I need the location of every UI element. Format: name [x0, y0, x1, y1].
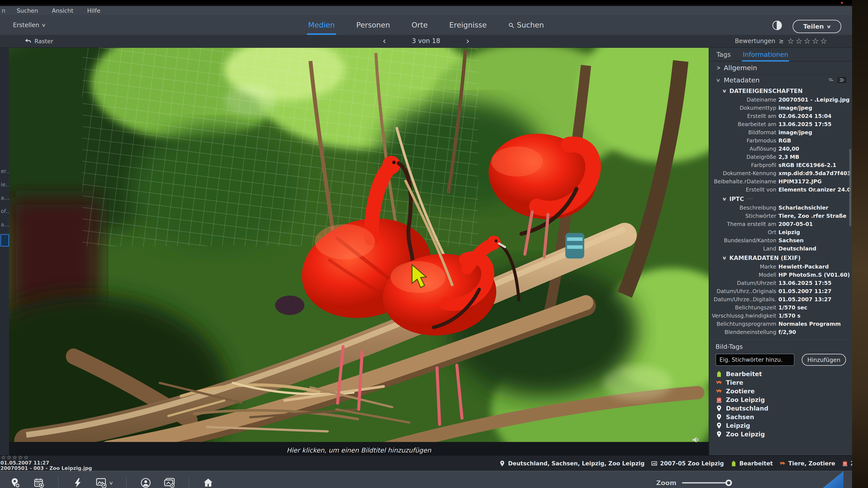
mark-faces-button[interactable]: [140, 478, 152, 488]
tab-label: Personen: [356, 21, 390, 29]
create-label: Erstellen: [13, 22, 39, 29]
keyword-input[interactable]: [716, 354, 795, 366]
meta-label: Verschlussg.hwindigkeit: [709, 312, 776, 320]
meta-label: Beschreibung: [709, 204, 776, 212]
info-tab-tags[interactable]: Tags: [716, 48, 731, 61]
pin-icon: [716, 414, 722, 420]
photo-rating-stars[interactable]: ☆☆☆☆☆: [1, 455, 92, 460]
prev-arrow[interactable]: ‹: [382, 38, 386, 44]
meta-value: 2,3 MB: [778, 153, 852, 161]
status-segment-text: Zoo Leipzig: [851, 460, 852, 467]
zoom-slider-handle[interactable]: [725, 480, 732, 486]
metadata-brief-view-icon[interactable]: [826, 76, 836, 83]
media-nav: ‹ 3 von 18 ›: [382, 37, 469, 44]
chevron-down-icon: ∨: [722, 88, 727, 94]
section-allgemein[interactable]: ∨ Allgemein: [709, 62, 852, 74]
chevron-down-icon: ∨: [722, 255, 727, 261]
image-tag-bearbeitet[interactable]: Bearbeitet: [716, 370, 847, 378]
theme-toggle-icon[interactable]: [772, 21, 782, 30]
chevron-right-icon: ∨: [716, 65, 721, 70]
building-red-icon: [842, 460, 848, 467]
caption-placeholder[interactable]: Hier klicken, um einen Bildtitel hinzuzu…: [9, 447, 709, 454]
status-left-block: ☆☆☆☆☆ 01.05.2007 11:27 20070501 - 003 - …: [2, 455, 92, 471]
tab-label: Medien: [308, 21, 335, 29]
create-button[interactable]: Erstellen ∨: [13, 22, 45, 29]
info-tab-informationen[interactable]: Informationen: [743, 48, 788, 61]
add-place-icon: [9, 478, 21, 488]
zoom-label: Zoom: [656, 479, 676, 487]
meta-value: 02.06.2024 15:04: [778, 112, 852, 120]
next-arrow[interactable]: ›: [466, 38, 469, 44]
metadata-group-iptc[interactable]: ∨IPTC···: [709, 194, 852, 204]
image-tag-zoo-leipzig[interactable]: Zoo Leipzig: [716, 395, 847, 404]
clipped-text-fragment: a…: [1, 222, 9, 228]
tab-medien[interactable]: Medien: [308, 15, 335, 35]
meta-value: xmp.did:d9.5da7d7f403: [778, 169, 852, 177]
meta-label: Dokumenttyp: [709, 104, 776, 112]
meta-label: Datum/Uhrz..Originals: [709, 287, 776, 295]
image-tag-zootiere[interactable]: Zootiere: [716, 387, 847, 395]
meta-label: Farbprofil: [709, 161, 776, 169]
menu-suchen[interactable]: Suchen: [17, 7, 38, 14]
toolbar: Erstellen ∨ MedienPersonenOrteEreignisse…: [0, 15, 852, 35]
add-place-button[interactable]: [9, 478, 21, 488]
meta-value: 13.06.2025 17:55: [778, 120, 852, 128]
main-tabs: MedienPersonenOrteEreignisseSuchen: [308, 15, 544, 35]
info-panel-tabs: TagsInformationen: [709, 48, 852, 62]
meta-label: Farbmodus: [709, 137, 776, 145]
audio-speaker-icon[interactable]: [691, 435, 701, 445]
section-metadaten[interactable]: ∨ Metadaten: [709, 74, 852, 86]
image-tag-sachsen[interactable]: Sachsen: [716, 413, 847, 421]
chevron-down-icon: ∨: [722, 196, 727, 202]
tag-green-icon: [731, 460, 737, 467]
clipped-text-fragment: ie…: [1, 182, 9, 188]
ratings-label: Bewertungen: [735, 37, 775, 44]
metadata-group-kameradaten-exif-[interactable]: ∨KAMERADATEN (EXIF): [709, 253, 852, 263]
add-keyword-button[interactable]: Hinzufügen: [802, 354, 846, 366]
back-to-grid-button[interactable]: Raster: [24, 37, 53, 45]
menu-ansicht[interactable]: Ansicht: [52, 7, 73, 14]
edit-photo-button[interactable]: ∨: [96, 478, 113, 488]
image-tag-deutschland[interactable]: Deutschland: [716, 404, 847, 413]
status-segment: Zoo Leipzig: [842, 460, 852, 467]
slideshow-button[interactable]: [164, 478, 175, 488]
add-event-button[interactable]: [33, 478, 45, 488]
ratings-stars[interactable]: ☆☆☆☆☆: [787, 37, 828, 45]
metadata-full-view-icon[interactable]: [837, 76, 847, 84]
meta-value: 1/570 sec: [778, 303, 852, 312]
menubar: n SuchenAnsichtHilfe: [0, 6, 852, 15]
meta-value: HP PhotoSm.S (V01.60): [778, 271, 852, 279]
zoom-control: Zoom: [656, 471, 728, 488]
image-tag-tiere[interactable]: Tiere: [716, 378, 847, 387]
taskbar-divider: [126, 477, 127, 488]
tab-ereignisse[interactable]: Ereignisse: [449, 15, 487, 35]
zoom-slider-track[interactable]: [682, 482, 728, 484]
slideshow-icon: [164, 478, 175, 488]
search-icon: [508, 22, 515, 28]
tab-suchen[interactable]: Suchen: [508, 15, 544, 35]
pin-icon: [716, 405, 722, 412]
tab-label: Orte: [412, 21, 428, 29]
scrollbar-thumb[interactable]: [849, 149, 851, 226]
tab-orte[interactable]: Orte: [412, 15, 428, 35]
home-button[interactable]: [203, 478, 214, 488]
instant-fix-button[interactable]: [72, 478, 84, 488]
share-button[interactable]: Teilen ∨: [793, 20, 841, 33]
image-tag-zoo-leipzig[interactable]: Zoo Leipzig: [716, 430, 847, 438]
meta-value: 01.05.2007 11:27: [778, 287, 852, 295]
ratings-filter[interactable]: Bewertungen ≥ ☆☆☆☆☆: [735, 37, 828, 45]
photo-datetime: 01.05.2007 11:27: [0, 460, 92, 466]
meta-label: Modell: [709, 271, 776, 279]
tab-personen[interactable]: Personen: [356, 15, 390, 35]
statusbar: ☆☆☆☆☆ 01.05.2007 11:27 20070501 - 003 - …: [0, 455, 852, 471]
clipped-selected-thumbnail: [0, 234, 9, 247]
metadata-rows: Dateiname20070501 - .Leipzig.jpgDokument…: [709, 96, 852, 194]
meta-value: image/jpeg: [778, 128, 852, 137]
meta-value: HPIM3172.JPG: [778, 177, 852, 186]
menu-hilfe[interactable]: Hilfe: [87, 7, 100, 14]
section-allgemein-label: Allgemein: [724, 64, 757, 72]
metadata-group-dateieigenschaften[interactable]: ∨DATEIEIGENSCHAFTEN: [709, 86, 852, 96]
status-segment-text: Bearbeitet: [740, 460, 773, 467]
image-tag-leipzig[interactable]: Leipzig: [716, 421, 847, 430]
meta-label: Erstellt von: [709, 186, 776, 194]
